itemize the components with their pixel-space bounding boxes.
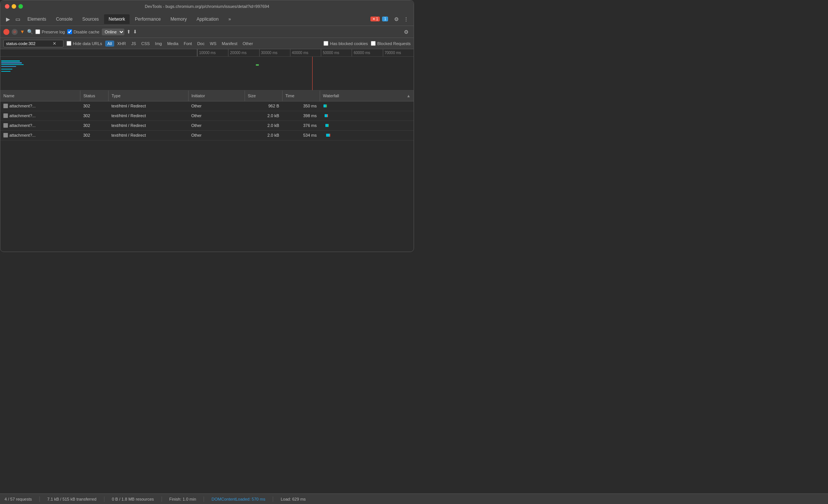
blocked-requests-input[interactable] (371, 41, 376, 46)
col-size[interactable]: Size (245, 91, 282, 101)
title-bar: DevTools - bugs.chromium.org/p/chromium/… (0, 0, 414, 12)
blocked-requests-checkbox[interactable]: Blocked Requests (371, 41, 411, 46)
row-3-size: 2.0 kB (245, 130, 282, 140)
filter-icon[interactable]: ▼ (20, 29, 25, 35)
network-settings-icon[interactable]: ⚙ (402, 27, 411, 36)
col-initiator[interactable]: Initiator (188, 91, 245, 101)
table-body: attachment?... 302 text/html / Redirect … (0, 101, 414, 140)
clear-search-button[interactable]: ✕ (53, 41, 56, 46)
file-icon (3, 113, 8, 118)
table-row[interactable]: attachment?... 302 text/html / Redirect … (0, 121, 414, 130)
tick-30000: 30000 ms (259, 49, 290, 56)
tab-network[interactable]: Network (104, 14, 130, 24)
record-button[interactable] (3, 29, 9, 35)
upload-icon[interactable]: ⬆ (127, 29, 131, 35)
filter-all[interactable]: All (105, 41, 114, 47)
col-waterfall[interactable]: Waterfall ▲ (320, 91, 414, 101)
preserve-log-input[interactable] (35, 29, 40, 34)
search-input[interactable] (6, 41, 51, 46)
download-icon[interactable]: ⬇ (133, 29, 137, 35)
settings-icon[interactable]: ⚙ (392, 15, 401, 24)
timeline-bar-3 (1, 64, 24, 65)
row-1-size: 2.0 kB (245, 111, 282, 121)
tab-sources[interactable]: Sources (78, 14, 103, 24)
filter-ws[interactable]: WS (207, 41, 219, 47)
more-tabs-button[interactable]: » (224, 14, 236, 24)
network-table: Name Status Type Initiator Size Time (0, 91, 414, 140)
row-1-type: text/html / Redirect (109, 111, 189, 121)
has-blocked-cookies-input[interactable] (323, 41, 328, 46)
row-1-time: 398 ms (282, 111, 320, 121)
waterfall-bar-red (329, 134, 330, 137)
col-status[interactable]: Status (80, 91, 109, 101)
sort-arrow-icon: ▲ (406, 94, 411, 98)
row-2-status: 302 (80, 121, 109, 130)
filter-manifest[interactable]: Manifest (219, 41, 240, 47)
table-row[interactable]: attachment?... 302 text/html / Redirect … (0, 130, 414, 140)
tick-10000: 10000 ms (197, 49, 228, 56)
throttle-select[interactable]: Online (102, 29, 124, 35)
row-0-name: attachment?... (0, 101, 80, 111)
main-content: 10000 ms 20000 ms 30000 ms 40000 ms 5000… (0, 49, 414, 242)
search-filter[interactable]: ✕ (3, 40, 63, 47)
row-2-time: 376 ms (282, 121, 320, 130)
file-icon (3, 133, 8, 137)
red-vertical-line (312, 57, 313, 91)
timeline-bar-4 (1, 66, 16, 67)
col-type[interactable]: Type (109, 91, 189, 101)
row-3-waterfall (320, 130, 414, 140)
row-1-status: 302 (80, 111, 109, 121)
search-icon[interactable]: 🔍 (27, 29, 33, 35)
warning-badge[interactable]: 1 (382, 17, 388, 21)
device-icon[interactable]: ▭ (13, 15, 22, 24)
tab-console[interactable]: Console (51, 14, 77, 24)
minimize-button[interactable] (12, 4, 16, 9)
tick-50000: 50000 ms (321, 49, 352, 56)
hide-data-urls-checkbox[interactable]: Hide data URLs (66, 41, 102, 46)
error-badge[interactable]: ✕ 1 (370, 17, 380, 21)
pointer-icon[interactable]: ▶ (3, 15, 12, 24)
filter-font[interactable]: Font (181, 41, 194, 47)
more-options-icon[interactable]: ⋮ (402, 15, 411, 24)
row-0-initiator: Other (188, 101, 245, 111)
tab-application[interactable]: Application (192, 14, 223, 24)
tab-elements[interactable]: Elements (23, 14, 51, 24)
table-row[interactable]: attachment?... 302 text/html / Redirect … (0, 101, 414, 111)
timeline-bar-5 (1, 69, 12, 69)
tab-performance[interactable]: Performance (130, 14, 165, 24)
filter-other[interactable]: Other (240, 41, 255, 47)
row-3-name: attachment?... (0, 130, 80, 140)
filter-xhr[interactable]: XHR (115, 41, 128, 47)
disable-cache-checkbox[interactable]: Disable cache (67, 29, 100, 34)
preserve-log-checkbox[interactable]: Preserve log (35, 29, 65, 34)
row-1-name: attachment?... (0, 111, 80, 121)
hide-data-urls-input[interactable] (66, 41, 71, 46)
table-row[interactable]: attachment?... 302 text/html / Redirect … (0, 111, 414, 121)
network-toolbar: ⊘ ▼ 🔍 Preserve log Disable cache Online … (0, 26, 414, 38)
row-2-name: attachment?... (0, 121, 80, 130)
timeline-area (0, 57, 414, 91)
col-time[interactable]: Time (282, 91, 320, 101)
row-0-time: 350 ms (282, 101, 320, 111)
close-button[interactable] (5, 4, 9, 9)
row-0-size: 962 B (245, 101, 282, 111)
traffic-lights (5, 4, 23, 9)
filter-js[interactable]: JS (129, 41, 138, 47)
timeline-bar-1 (1, 60, 20, 62)
has-blocked-cookies-checkbox[interactable]: Has blocked cookies (323, 41, 368, 46)
filter-css[interactable]: CSS (139, 41, 152, 47)
filter-media[interactable]: Media (165, 41, 181, 47)
col-name[interactable]: Name (0, 91, 80, 101)
row-3-type: text/html / Redirect (109, 130, 189, 140)
row-3-status: 302 (80, 130, 109, 140)
tab-memory[interactable]: Memory (166, 14, 191, 24)
filter-doc[interactable]: Doc (195, 41, 207, 47)
stop-button[interactable]: ⊘ (12, 29, 18, 35)
window-title: DevTools - bugs.chromium.org/p/chromium/… (145, 4, 269, 9)
filter-img[interactable]: Img (153, 41, 164, 47)
row-0-status: 302 (80, 101, 109, 111)
timeline-bar-6 (1, 71, 11, 72)
row-2-initiator: Other (188, 121, 245, 130)
maximize-button[interactable] (18, 4, 23, 9)
disable-cache-input[interactable] (67, 29, 72, 34)
